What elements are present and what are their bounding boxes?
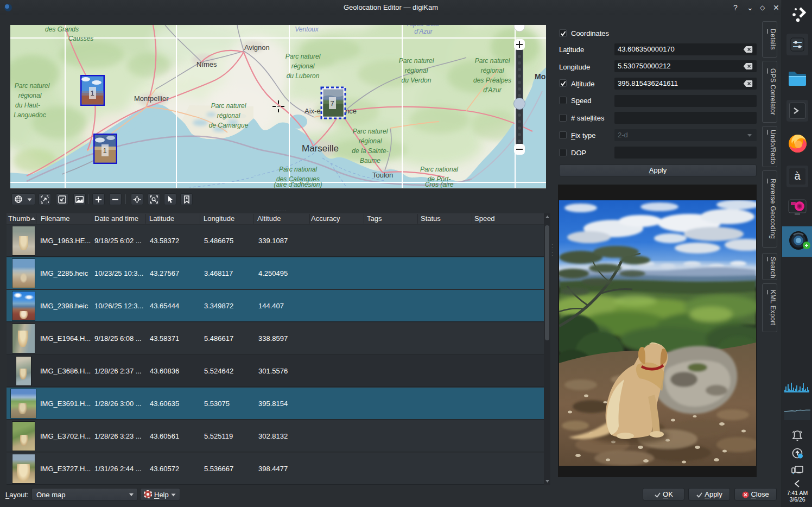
svg-text:Toulon: Toulon bbox=[372, 171, 393, 179]
svg-text:régional: régional bbox=[405, 67, 428, 74]
svg-text:(aire d'adhésion): (aire d'adhésion) bbox=[274, 181, 322, 188]
svg-text:régional: régional bbox=[481, 67, 504, 74]
svg-text:régional: régional bbox=[217, 112, 240, 119]
svg-text:Parc naturel: Parc naturel bbox=[286, 53, 321, 60]
svg-text:du Verdon: du Verdon bbox=[402, 77, 432, 84]
svg-text:Languedoc: Languedoc bbox=[14, 111, 46, 119]
svg-text:Parc naturel: Parc naturel bbox=[353, 128, 388, 135]
svg-text:Baume: Baume bbox=[360, 157, 380, 164]
svg-text:Montpellier: Montpellier bbox=[134, 94, 169, 103]
svg-text:du Luberon: du Luberon bbox=[287, 72, 320, 80]
svg-text:Ventoux: Ventoux bbox=[295, 26, 319, 33]
svg-text:1: 1 bbox=[103, 147, 106, 155]
svg-text:régional: régional bbox=[291, 62, 315, 70]
svg-text:Parc naturel: Parc naturel bbox=[15, 82, 50, 90]
svg-text:des Grands: des Grands bbox=[45, 26, 79, 33]
svg-text:de Camargue: de Camargue bbox=[209, 122, 249, 129]
svg-text:7: 7 bbox=[330, 99, 334, 107]
svg-text:Cros (aire: Cros (aire bbox=[425, 181, 454, 188]
svg-text:des Préalpes: des Préalpes bbox=[473, 77, 511, 84]
svg-text:Parc national: Parc national bbox=[279, 166, 317, 173]
svg-text:1: 1 bbox=[90, 89, 94, 97]
svg-text:Parc naturel: Parc naturel bbox=[475, 57, 510, 65]
svg-text:Mo: Mo bbox=[535, 72, 545, 81]
svg-text:régional: régional bbox=[18, 92, 42, 99]
svg-text:d'Azur: d'Azur bbox=[483, 86, 502, 94]
svg-text:Parc naturel: Parc naturel bbox=[211, 102, 246, 110]
svg-text:Parc national: Parc national bbox=[420, 166, 458, 173]
svg-text:d'Azur: d'Azur bbox=[414, 28, 433, 35]
svg-text:de la Sainte-: de la Sainte- bbox=[352, 147, 388, 155]
svg-text:Nîmes: Nîmes bbox=[196, 60, 217, 68]
svg-text:Marseille: Marseille bbox=[302, 143, 339, 154]
svg-text:du Haut-: du Haut- bbox=[15, 102, 40, 109]
svg-text:Avignon: Avignon bbox=[244, 43, 270, 52]
svg-text:Parc naturel: Parc naturel bbox=[399, 57, 434, 65]
svg-text:Causses: Causses bbox=[68, 35, 94, 42]
svg-text:régional: régional bbox=[359, 137, 382, 145]
